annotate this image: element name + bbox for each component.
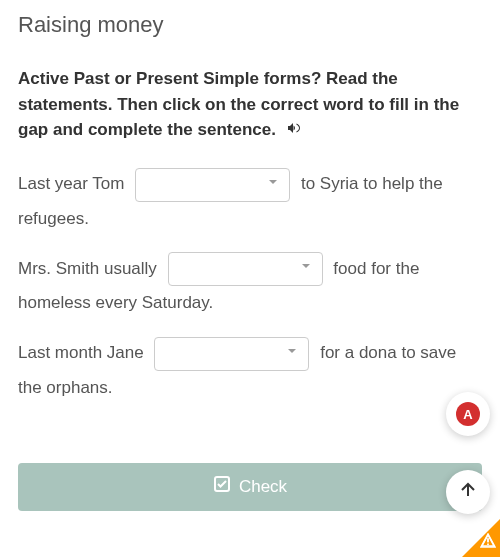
sentence-3: Last month Jane for a dona to save the o… <box>18 336 482 405</box>
scroll-top-button[interactable] <box>446 470 490 514</box>
translate-badge[interactable]: A <box>446 392 490 436</box>
verb-select-3[interactable] <box>154 337 309 371</box>
warning-icon <box>480 533 496 553</box>
chevron-down-icon <box>298 252 314 286</box>
svg-rect-2 <box>487 539 488 543</box>
verb-select-1[interactable] <box>135 168 290 202</box>
svg-point-1 <box>487 543 489 545</box>
check-icon <box>213 475 231 498</box>
sentence-1: Last year Tom to Syria to help the refug… <box>18 167 482 236</box>
page-title: Raising money <box>18 12 482 38</box>
sentence-text: Mrs. Smith usually <box>18 259 157 278</box>
warning-corner[interactable] <box>462 519 500 557</box>
check-button[interactable]: Check <box>18 463 482 511</box>
sentence-text: Last year Tom <box>18 174 124 193</box>
instruction-text: Active Past or Present Simple forms? Rea… <box>18 66 482 143</box>
verb-select-2[interactable] <box>168 252 323 286</box>
sentence-text: Last month Jane <box>18 343 144 362</box>
sentence-text: for a dona <box>320 343 397 362</box>
audio-icon[interactable] <box>285 118 301 144</box>
chevron-down-icon <box>265 168 281 202</box>
chevron-down-icon <box>284 337 300 371</box>
check-button-label: Check <box>239 477 287 497</box>
arrow-up-icon <box>458 480 478 504</box>
instruction-content: Active Past or Present Simple forms? Rea… <box>18 69 459 139</box>
translate-badge-letter: A <box>456 402 480 426</box>
sentence-2: Mrs. Smith usually food for the homeless… <box>18 252 482 321</box>
